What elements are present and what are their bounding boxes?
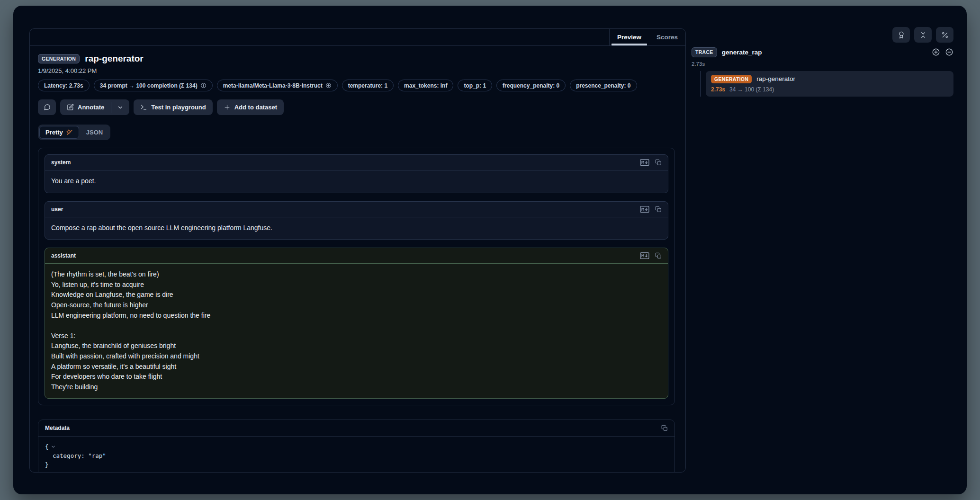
- generation-type-badge: GENERATION: [711, 75, 752, 84]
- terminal-icon: [140, 104, 147, 111]
- tab-scores-label: Scores: [656, 34, 678, 41]
- copy-metadata-button[interactable]: [661, 425, 668, 431]
- trace-type-badge: TRACE: [692, 47, 717, 57]
- markdown-toggle-button[interactable]: [640, 206, 649, 213]
- circle-plus-icon: [932, 48, 940, 56]
- markdown-icon: [640, 252, 649, 259]
- tree-item-generation[interactable]: GENERATION rap-generator 2.73s 34 → 100 …: [706, 71, 953, 97]
- json-close-brace: }: [45, 460, 49, 469]
- markdown-toggle-button[interactable]: [640, 252, 649, 259]
- markdown-toggle-button[interactable]: [640, 159, 649, 166]
- message-tools: [640, 206, 662, 213]
- latency-pill: Latency: 2.73s: [38, 80, 90, 91]
- message-role-label: user: [51, 206, 63, 213]
- message-role-label: assistant: [51, 252, 76, 259]
- system-message-panel: system: [45, 154, 668, 193]
- tab-preview[interactable]: Preview: [610, 29, 649, 45]
- add-to-dataset-button[interactable]: Add to dataset: [217, 99, 284, 115]
- annotate-dropdown-button[interactable]: [111, 99, 129, 115]
- award-icon: [898, 31, 905, 39]
- percent-icon: [941, 31, 949, 39]
- copy-icon: [655, 206, 662, 213]
- tab-active-underline: [611, 44, 647, 45]
- edit-pencil-icon: [67, 104, 74, 111]
- tab-preview-label: Preview: [617, 34, 641, 41]
- json-entry: category: "rap": [53, 451, 106, 460]
- tab-scores[interactable]: Scores: [649, 29, 685, 45]
- observation-actions: Annotate Test in playgroun: [38, 99, 675, 115]
- comment-button[interactable]: [38, 99, 56, 115]
- circle-plus-icon: [325, 82, 332, 89]
- user-message-header: user: [45, 202, 668, 217]
- copy-message-button[interactable]: [655, 252, 662, 259]
- copy-icon: [655, 159, 662, 166]
- io-preview-container: system: [38, 148, 675, 405]
- generation-type-badge: GENERATION: [38, 54, 80, 64]
- chevron-down-icon: [51, 444, 56, 449]
- user-message-panel: user: [45, 201, 668, 240]
- assistant-message-content: (The rhythm is set, the beat's on fire) …: [45, 264, 668, 398]
- message-tools: [640, 252, 662, 259]
- observation-body: GENERATION rap-generator 1/9/2025, 4:00:…: [30, 46, 685, 473]
- markdown-icon: [640, 159, 649, 166]
- circle-minus-icon: [945, 48, 953, 56]
- annotate-button[interactable]: Annotate: [60, 99, 111, 115]
- observation-pill-row: Latency: 2.73s 34 prompt → 100 completio…: [38, 80, 675, 91]
- panel-tab-bar: Preview Scores: [30, 29, 685, 46]
- info-icon: [200, 82, 207, 89]
- model-pill[interactable]: meta-llama/Meta-Llama-3-8B-Instruct: [217, 80, 338, 91]
- page-title: rap-generator: [85, 54, 144, 64]
- system-message-header: system: [45, 155, 668, 170]
- observation-panel: Preview Scores GENERATION rap-generator …: [29, 28, 686, 473]
- copy-message-button[interactable]: [655, 159, 662, 166]
- assistant-message-header: assistant: [45, 248, 668, 264]
- collapse-icon: [919, 31, 927, 39]
- token-usage-pill[interactable]: 34 prompt → 100 completion (Σ 134): [94, 80, 213, 91]
- tree-item-tokens: 34 → 100 (Σ 134): [729, 86, 774, 93]
- markdown-icon: [640, 206, 649, 213]
- collapse-all-button[interactable]: [945, 48, 953, 56]
- copy-icon: [655, 252, 662, 259]
- message-circle-icon: [44, 104, 51, 111]
- plus-icon: [224, 104, 231, 111]
- metadata-json: { category: "rap" }: [38, 437, 674, 473]
- trace-latency: 2.73s: [692, 61, 953, 67]
- trace-tree: GENERATION rap-generator 2.73s 34 → 100 …: [700, 71, 953, 97]
- view-mode-row: Pretty JSON: [38, 125, 675, 140]
- frequency-penalty-pill: frequency_penalty: 0: [496, 80, 566, 91]
- metadata-header: Metadata: [38, 420, 674, 437]
- observation-title-row: GENERATION rap-generator: [38, 54, 675, 64]
- trace-name: generate_rap: [722, 49, 762, 56]
- view-mode-toggle: Pretty JSON: [38, 125, 110, 140]
- trace-tree-sidebar: TRACE generate_rap 2.73s: [692, 47, 953, 97]
- metadata-panel: Metadata {: [38, 420, 675, 473]
- user-message-content: Compose a rap about the open source LLM …: [45, 217, 668, 240]
- message-role-label: system: [51, 159, 71, 166]
- test-in-playground-button[interactable]: Test in playground: [134, 99, 212, 115]
- desktop-background: Preview Scores GENERATION rap-generator …: [0, 0, 980, 500]
- presence-penalty-pill: presence_penalty: 0: [570, 80, 637, 91]
- json-collapse-toggle[interactable]: [51, 444, 56, 449]
- app-window: Preview Scores GENERATION rap-generator …: [13, 6, 967, 494]
- collapse-panel-button[interactable]: [914, 27, 932, 43]
- annotate-split-button: Annotate: [60, 99, 129, 115]
- temperature-pill: temperature: 1: [342, 80, 394, 91]
- trace-root-row[interactable]: TRACE generate_rap: [692, 47, 953, 57]
- chevron-down-icon: [117, 104, 124, 111]
- sparkles-icon: [66, 129, 73, 136]
- top-p-pill: top_p: 1: [458, 80, 492, 91]
- max-tokens-pill: max_tokens: inf: [398, 80, 453, 91]
- assistant-message-panel: assistant: [45, 248, 668, 399]
- panel-tab-group: Preview Scores: [609, 29, 685, 45]
- copy-message-button[interactable]: [655, 206, 662, 213]
- expand-all-button[interactable]: [932, 48, 940, 56]
- system-message-content: You are a poet.: [45, 170, 668, 193]
- percent-toggle-button[interactable]: [936, 27, 953, 43]
- observation-timestamp: 1/9/2025, 4:00:22 PM: [38, 67, 675, 74]
- view-tab-json[interactable]: JSON: [80, 126, 109, 139]
- copy-icon: [661, 425, 668, 431]
- view-tab-pretty[interactable]: Pretty: [39, 126, 79, 139]
- message-tools: [640, 159, 662, 166]
- scores-award-button[interactable]: [892, 27, 910, 43]
- metadata-title: Metadata: [45, 425, 70, 431]
